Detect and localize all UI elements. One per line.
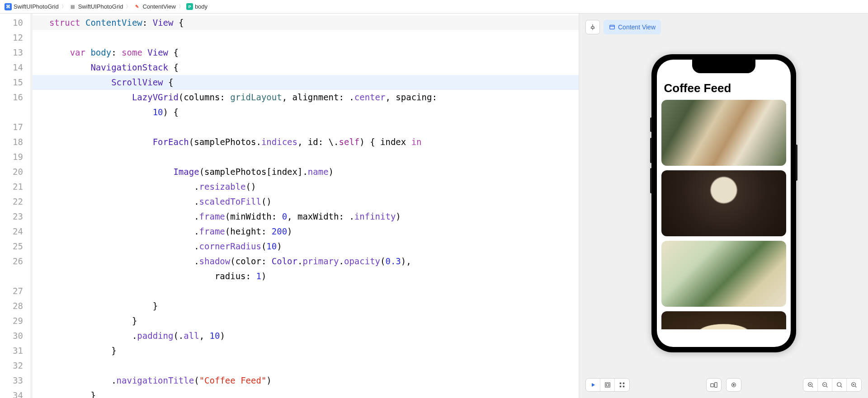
svg-rect-2 — [605, 383, 610, 388]
breadcrumb-file[interactable]: ✎ ContentView — [133, 3, 175, 10]
zoom-fit-button[interactable] — [803, 379, 818, 391]
bounds-icon — [604, 382, 611, 388]
zoom-fit-icon — [807, 382, 814, 388]
line-number: 21 — [0, 179, 23, 194]
line-number-gutter: 1012131415161718192021222324252627282930… — [0, 14, 33, 398]
photo-card[interactable] — [661, 170, 786, 236]
code-line[interactable]: .frame(height: 200) — [39, 224, 579, 239]
code-line[interactable]: .padding(.all, 10) — [39, 328, 579, 343]
svg-rect-4 — [620, 383, 622, 384]
code-line[interactable] — [39, 150, 579, 164]
code-line[interactable]: var body: some View { — [39, 45, 579, 60]
preview-header: Content View — [585, 20, 661, 34]
code-line[interactable] — [39, 120, 579, 135]
breadcrumb-project-label: SwiftUIPhotoGrid — [14, 3, 59, 10]
code-line[interactable]: .cornerRadius(10) — [39, 239, 579, 254]
selectable-preview-button[interactable] — [600, 379, 615, 391]
line-number: 10 — [0, 15, 23, 30]
zoom-out-button[interactable] — [818, 379, 832, 391]
code-line[interactable]: } — [39, 343, 579, 358]
variants-button[interactable] — [615, 379, 629, 391]
preview-selector-chip[interactable]: Content View — [604, 20, 661, 34]
svg-line-13 — [811, 386, 813, 388]
code-line[interactable] — [39, 30, 579, 45]
code-line[interactable] — [39, 284, 579, 299]
line-number: 14 — [0, 60, 23, 75]
breadcrumb-file-label: ContentView — [142, 3, 175, 10]
svg-rect-0 — [610, 25, 615, 29]
line-number: 18 — [0, 135, 23, 150]
photo-feed[interactable] — [657, 100, 791, 329]
svg-rect-6 — [620, 386, 622, 388]
side-button-icon — [650, 168, 652, 193]
svg-point-11 — [733, 384, 734, 386]
line-number: 25 — [0, 239, 23, 254]
device-settings-button[interactable] — [706, 378, 722, 392]
line-number: 16 — [0, 90, 23, 105]
code-line[interactable]: LazyVGrid(columns: gridLayout, alignment… — [39, 90, 579, 105]
line-number: 33 — [0, 373, 23, 388]
swift-icon: ✎ — [133, 3, 141, 10]
canvas-settings-button[interactable] — [726, 378, 741, 392]
line-number: 23 — [0, 209, 23, 224]
play-icon — [590, 382, 596, 388]
svg-rect-8 — [710, 384, 713, 387]
code-line[interactable]: .navigationTitle("Coffee Feed") — [39, 373, 579, 388]
code-line[interactable]: .shadow(color: Color.primary.opacity(0.3… — [39, 254, 579, 269]
code-line[interactable]: } — [39, 299, 579, 314]
code-line[interactable]: .frame(minWidth: 0, maxWidth: .infinity) — [39, 209, 579, 224]
line-number: 13 — [0, 45, 23, 60]
breadcrumb-property[interactable]: P body — [186, 3, 208, 10]
code-line[interactable]: radius: 1) — [39, 269, 579, 284]
code-editor[interactable]: 1012131415161718192021222324252627282930… — [0, 14, 579, 398]
device-screen[interactable]: Coffee Feed — [657, 60, 791, 347]
code-line[interactable]: .resizable() — [39, 179, 579, 194]
breadcrumb: ⌘ SwiftUIPhotoGrid 〉 ▤ SwiftUIPhotoGrid … — [0, 0, 868, 14]
photo-card[interactable] — [661, 311, 786, 329]
line-number: 28 — [0, 299, 23, 314]
svg-line-17 — [826, 386, 827, 388]
side-button-icon — [796, 145, 797, 181]
line-number: 32 — [0, 358, 23, 373]
preview-mode-group — [585, 378, 630, 392]
line-number: 12 — [0, 30, 23, 45]
main-split: 1012131415161718192021222324252627282930… — [0, 14, 868, 398]
pin-icon — [590, 24, 596, 30]
line-number: 34 — [0, 388, 23, 398]
code-line[interactable]: } — [39, 388, 579, 398]
code-line[interactable]: ForEach(samplePhotos.indices, id: \.self… — [39, 135, 579, 150]
navigation-title: Coffee Feed — [657, 80, 791, 100]
line-number: 19 — [0, 150, 23, 164]
breadcrumb-project[interactable]: ⌘ SwiftUIPhotoGrid — [5, 3, 59, 10]
line-number: 26 — [0, 254, 23, 269]
pin-button[interactable] — [585, 20, 600, 34]
svg-rect-9 — [714, 383, 717, 388]
zoom-actual-button[interactable] — [832, 379, 847, 391]
project-icon: ⌘ — [5, 3, 12, 10]
code-content[interactable]: struct ContentView: View { var body: som… — [33, 14, 579, 398]
zoom-in-button[interactable] — [847, 379, 861, 391]
photo-card[interactable] — [661, 241, 786, 307]
line-number: 17 — [0, 120, 23, 135]
code-line[interactable]: .scaledToFill() — [39, 194, 579, 209]
chevron-icon: 〉 — [126, 3, 131, 10]
line-number: 22 — [0, 194, 23, 209]
device-icon — [710, 382, 717, 388]
code-line[interactable]: struct ContentView: View { — [33, 15, 579, 30]
code-line[interactable]: 10) { — [39, 105, 579, 120]
breadcrumb-folder-label: SwiftUIPhotoGrid — [78, 3, 123, 10]
line-number: 20 — [0, 164, 23, 179]
line-number: 30 — [0, 328, 23, 343]
code-line[interactable]: NavigationStack { — [39, 60, 579, 75]
code-line[interactable] — [39, 358, 579, 373]
code-line[interactable]: Image(samplePhotos[index].name) — [39, 164, 579, 179]
live-preview-button[interactable] — [586, 379, 600, 391]
code-line[interactable]: } — [39, 314, 579, 328]
svg-line-20 — [840, 386, 842, 388]
breadcrumb-folder[interactable]: ▤ SwiftUIPhotoGrid — [69, 3, 123, 10]
photo-card[interactable] — [661, 100, 786, 166]
svg-point-19 — [837, 383, 841, 387]
side-button-icon — [650, 138, 652, 163]
device-frame: Coffee Feed — [651, 54, 796, 352]
code-line[interactable]: ScrollView { — [33, 75, 579, 90]
